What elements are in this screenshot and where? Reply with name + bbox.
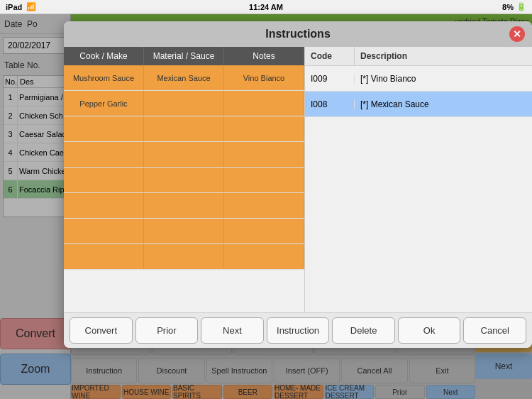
instr-col-code-header: Code	[305, 47, 355, 65]
status-bar-right: 8% 🔋	[502, 2, 526, 11]
grid-cell-notes[interactable]	[224, 168, 304, 192]
modal-close-button[interactable]: ✕	[509, 26, 525, 42]
grid-header-notes: Notes	[224, 47, 304, 65]
grid-cell-material[interactable]	[144, 193, 224, 218]
instr-desc: [*] Mexican Sauce	[355, 99, 532, 109]
modal-cancel-button[interactable]: Cancel	[463, 317, 526, 344]
grid-cell-material[interactable]	[144, 116, 224, 141]
grid-data-row[interactable]	[64, 244, 304, 270]
status-bar-left: iPad 📶	[6, 2, 36, 11]
grid-cell-notes[interactable]	[224, 116, 304, 141]
modal-next-button[interactable]: Next	[201, 317, 264, 344]
instructions-table: Code Description I009 [*] Vino Bianco I0…	[305, 47, 532, 312]
ipad-label: iPad	[6, 3, 22, 11]
modal-title: Instructions	[265, 28, 331, 40]
instructions-modal: Instructions ✕ Cook / Make Material / Sa…	[64, 21, 532, 348]
grid-header-material: Material / Sauce	[144, 47, 224, 65]
grid-cell-notes[interactable]	[224, 142, 304, 167]
grid-cell-material[interactable]: Mexican Sauce	[144, 65, 224, 90]
grid-cell-material[interactable]	[144, 91, 224, 116]
grid-cell-cook[interactable]	[64, 116, 144, 141]
status-bar-time: 11:24 AM	[249, 3, 283, 11]
modal-convert-button[interactable]: Convert	[70, 317, 133, 344]
grid-cell-notes[interactable]: Vino Bianco	[224, 65, 304, 90]
grid-cell-cook[interactable]	[64, 193, 144, 218]
grid-cell-cook[interactable]: Pepper Garlic	[64, 91, 144, 116]
battery-icon: 🔋	[516, 2, 526, 11]
grid-data-row[interactable]	[64, 219, 304, 244]
status-bar: iPad 📶 11:24 AM 8% 🔋	[0, 0, 532, 14]
grid-cell-material[interactable]	[144, 219, 224, 244]
modal-prior-button[interactable]: Prior	[135, 317, 199, 344]
battery-pct: 8%	[502, 3, 514, 11]
grid-data-row[interactable]: Pepper Garlic	[64, 91, 304, 116]
grid-data-row[interactable]	[64, 168, 304, 193]
grid-cell-material[interactable]	[144, 168, 224, 192]
grid-data-row[interactable]: Mushroom Sauce Mexican Sauce Vino Bianco	[64, 65, 304, 91]
grid-data-row[interactable]	[64, 193, 304, 219]
instr-code: I009	[305, 74, 355, 84]
modal-header: Instructions ✕	[64, 21, 532, 47]
grid-cell-material[interactable]	[144, 142, 224, 167]
grid-cell-cook[interactable]	[64, 168, 144, 192]
instr-code: I008	[305, 99, 355, 109]
grid-cell-material[interactable]	[144, 244, 224, 269]
instr-desc: [*] Vino Bianco	[355, 74, 532, 84]
grid-cell-cook[interactable]	[64, 142, 144, 167]
grid-table: Cook / Make Material / Sauce Notes Mushr…	[64, 47, 305, 312]
grid-cell-notes[interactable]	[224, 219, 304, 244]
modal-ok-button[interactable]: Ok	[398, 317, 461, 344]
grid-headers: Cook / Make Material / Sauce Notes	[64, 47, 304, 65]
instruction-row[interactable]: I009 [*] Vino Bianco	[305, 66, 532, 92]
wifi-icon: 📶	[26, 2, 36, 11]
grid-rows: Mushroom Sauce Mexican Sauce Vino Bianco…	[64, 65, 304, 270]
modal-delete-button[interactable]: Delete	[332, 317, 395, 344]
modal-instruction-button[interactable]: Instruction	[267, 317, 330, 344]
grid-cell-cook[interactable]	[64, 219, 144, 244]
instr-header: Code Description	[305, 47, 532, 66]
grid-cell-notes[interactable]	[224, 244, 304, 269]
grid-cell-cook[interactable]	[64, 244, 144, 269]
instr-col-desc-header: Description	[355, 47, 532, 65]
modal-footer: Convert Prior Next Instruction Delete Ok…	[64, 312, 532, 348]
grid-cell-cook[interactable]: Mushroom Sauce	[64, 65, 144, 90]
instruction-row-selected[interactable]: I008 [*] Mexican Sauce	[305, 92, 532, 117]
grid-cell-notes[interactable]	[224, 91, 304, 116]
grid-cell-notes[interactable]	[224, 193, 304, 218]
grid-header-cook: Cook / Make	[64, 47, 144, 65]
grid-data-row[interactable]	[64, 116, 304, 142]
grid-data-row[interactable]	[64, 142, 304, 168]
modal-body: Cook / Make Material / Sauce Notes Mushr…	[64, 47, 532, 312]
